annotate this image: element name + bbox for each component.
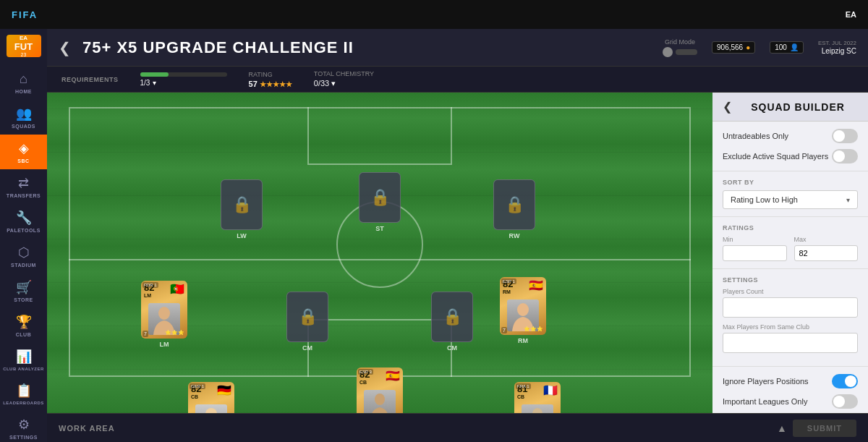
- panel-title: SQUAD BUILDER: [738, 101, 858, 113]
- player-slot-st[interactable]: 🔒 ST: [359, 172, 401, 232]
- right-panel: ❮ SQUAD BUILDER Untradeables Only Exclud…: [712, 93, 868, 413]
- untradeables-toggle[interactable]: [832, 129, 858, 143]
- position-label-cm2: CM: [447, 344, 457, 352]
- player-slot-cm1[interactable]: 🔒 CM: [286, 292, 328, 352]
- header: ❮ 75+ X5 UPGRADE CHALLENGE II Grid Mode …: [47, 29, 868, 67]
- lock-icon-cm1: 🔒: [298, 307, 318, 326]
- player-card-rm: ESP 1 82 RM 🇪🇸: [500, 277, 546, 335]
- untradeables-toggle-row: Untradeables Only: [723, 129, 858, 143]
- sort-select[interactable]: Rating Low to High ▾: [723, 190, 858, 209]
- max-same-club-group: Max Players From Same Club: [723, 323, 858, 353]
- grid-mode-section: Grid Mode: [663, 38, 697, 57]
- card-pos-lm: LM: [144, 293, 154, 298]
- chemistry-section: TOTAL CHEMISTRY 0/33 ▾: [314, 70, 374, 88]
- important-leagues-toggle-row: Important Leagues Only: [723, 394, 858, 409]
- ratings-section: RATINGS Min Max: [712, 217, 868, 269]
- position-label-lm-under: LM: [160, 341, 169, 348]
- est-section: EST. JUL 2022 Leipzig SC: [818, 40, 856, 55]
- position-label-lw: LW: [237, 232, 247, 239]
- lock-icon-st: 🔒: [370, 188, 390, 207]
- sidebar-item-club[interactable]: 🏆 CLUB: [0, 308, 47, 343]
- position-label-st: ST: [375, 225, 384, 232]
- rating-label: RATING: [249, 71, 292, 78]
- bottom-bar: WORK AREA ▲ SUBMIT: [47, 413, 868, 442]
- paletools-icon: 🔧: [16, 210, 32, 226]
- card-body-cb2: [357, 386, 403, 413]
- est-label: EST. JUL 2022: [818, 40, 856, 46]
- player-slot-cb3[interactable]: FRA 1 81 CB 🇫🇷: [514, 382, 561, 413]
- player-slot-rw[interactable]: 🔒 RW: [493, 179, 535, 239]
- player-slot-cb1[interactable]: GER 1 82 CB 🇩🇪: [188, 382, 234, 413]
- exclude-active-toggle[interactable]: [832, 149, 858, 163]
- player-count-icon: 👤: [790, 43, 799, 51]
- leaderboards-icon: 📋: [16, 383, 32, 399]
- player-slot-lm[interactable]: PDR 1 82 LM 🇵🇹: [141, 281, 187, 348]
- home-icon: ⌂: [20, 72, 27, 87]
- max-rating-input[interactable]: [794, 245, 859, 261]
- page-title: 75+ X5 UPGRADE CHALLENGE II: [82, 38, 651, 57]
- svg-point-3: [375, 394, 385, 405]
- important-leagues-toggle[interactable]: [832, 394, 858, 409]
- country-flag-rm: 🇪🇸: [529, 279, 543, 292]
- ignore-positions-toggle[interactable]: [832, 374, 858, 388]
- grid-mode-toggle[interactable]: [663, 47, 697, 57]
- max-same-club-label: Max Players From Same Club: [723, 323, 858, 331]
- player-card-empty-cm2: 🔒: [431, 292, 473, 342]
- sidebar-item-store[interactable]: 🛒 STORE: [0, 273, 47, 308]
- sidebar-item-club-analyzer[interactable]: 📊 CLUB ANALYZER: [0, 343, 47, 377]
- requirements-label: REQUIREMENTS: [61, 76, 119, 83]
- min-rating-input[interactable]: [723, 245, 787, 261]
- player-slot-cb2[interactable]: ESP 3 82 CB 🇪🇸: [357, 367, 403, 413]
- ignore-positions-label: Ignore Players Positions: [723, 377, 809, 386]
- settings-icon: ⚙: [18, 417, 30, 433]
- sidebar-item-home[interactable]: ⌂ HOME: [0, 66, 47, 100]
- min-label: Min: [723, 236, 787, 243]
- sidebar-item-stadium[interactable]: ⬡ STADIUM: [0, 239, 47, 273]
- untradeables-label: Untradeables Only: [723, 132, 788, 140]
- coins-display: 906,566 ●: [712, 41, 755, 54]
- chem-value: 0/33 ▾: [314, 79, 374, 88]
- svg-point-2: [205, 408, 217, 413]
- position-label-rm-under: RM: [518, 337, 528, 344]
- country-flag-lm: 🇵🇹: [170, 282, 184, 296]
- stadium-icon: ⬡: [18, 245, 30, 260]
- sidebar-item-transfers[interactable]: ⇄ TRANSFERS: [0, 169, 47, 204]
- sort-label: SORT BY: [723, 179, 858, 186]
- settings-label: SETTINGS: [723, 276, 858, 284]
- progress-bar-container: [140, 72, 227, 77]
- lock-icon-lw: 🔒: [232, 195, 252, 214]
- players-count-input[interactable]: [723, 297, 858, 318]
- card-body-cb3: [514, 401, 561, 413]
- club-icon: 🏆: [16, 314, 32, 330]
- submit-button[interactable]: SUBMIT: [793, 420, 856, 437]
- country-flag-cb1: 🇩🇪: [217, 383, 231, 397]
- sidebar-item-settings[interactable]: ⚙ SETTINGS: [0, 411, 47, 442]
- player-slot-lw[interactable]: 🔒 LW: [221, 179, 263, 239]
- position-label-rw: RW: [509, 232, 520, 239]
- player-card-empty-rw: 🔒: [493, 179, 535, 230]
- svg-point-1: [517, 303, 529, 316]
- sidebar-item-squads[interactable]: 👥 SQUADS: [0, 100, 47, 135]
- panel-back-button[interactable]: ❮: [723, 100, 732, 114]
- player-slot-cm2[interactable]: 🔒 CM: [431, 292, 473, 352]
- sidebar-item-paletools[interactable]: 🔧 PALETOOLS: [0, 204, 47, 239]
- position-label-cm1: CM: [302, 344, 312, 352]
- player-card-empty-st: 🔒: [359, 172, 401, 223]
- players-count-label: Players Count: [723, 288, 858, 295]
- sidebar-item-leaderboards[interactable]: 📋 LEADERBOARDS: [0, 377, 47, 411]
- ratings-label: RATINGS: [723, 224, 858, 231]
- player-slot-rm[interactable]: ESP 1 82 RM 🇪🇸: [500, 277, 546, 344]
- sidebar-item-sbc[interactable]: ◈ SBC: [0, 135, 47, 169]
- svg-point-4: [532, 408, 542, 413]
- max-same-club-input[interactable]: [723, 333, 858, 353]
- player-card-cb1: GER 1 82 CB 🇩🇪: [188, 382, 234, 413]
- card-badge-cb2: ESP 3: [358, 369, 373, 375]
- card-badge-lm: PDR 1: [142, 282, 158, 288]
- panel-header: ❮ SQUAD BUILDER: [712, 93, 868, 122]
- ea-logo: EA: [846, 10, 856, 19]
- sort-section: SORT BY Rating Low to High ▾: [712, 171, 868, 217]
- coin-icon: ●: [746, 43, 750, 51]
- exclude-active-knob: [833, 150, 845, 162]
- card-badge-rm: ESP 1: [501, 279, 516, 284]
- back-button[interactable]: ❮: [59, 39, 71, 56]
